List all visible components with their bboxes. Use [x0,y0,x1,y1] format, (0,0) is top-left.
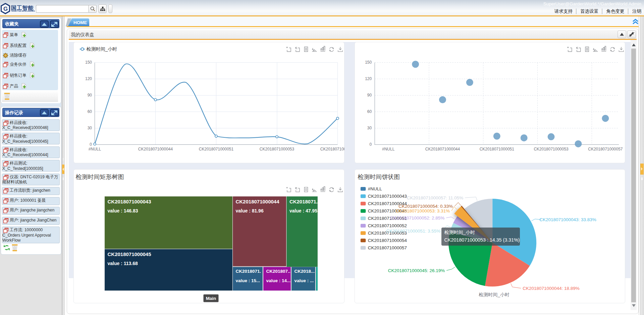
svg-text:90: 90 [367,93,372,98]
svg-text:120: 120 [365,76,372,81]
svg-text:150: 150 [365,60,372,65]
svg-text:120: 120 [85,76,92,81]
svg-text:value : 15...: value : 15... [235,278,260,283]
svg-text:CK2018071000053: CK2018071000053 [534,147,569,151]
svg-text:0: 0 [369,142,372,147]
svg-text:#NULL: #NULL [382,147,395,151]
svg-text:CK2018071000043: CK2018071000043 [107,199,151,204]
svg-text:#NULL: #NULL [368,186,382,191]
svg-text:CK2018071000043: CK2018071000043 [368,194,407,199]
svg-text:CK2018071000057: CK2018071000057 [320,147,344,151]
svg-text:CK2018...: CK2018... [294,269,315,274]
svg-text:CK2018071000053: 3.31%: CK2018071000053: 3.31% [395,208,450,213]
svg-text:CK2018071000044: CK2018071000044 [425,147,460,151]
svg-text:检测时间饼状图: 检测时间饼状图 [358,174,400,180]
svg-text:Main: Main [206,296,216,301]
svg-text:检测时间_小时: 检测时间_小时 [86,46,117,52]
svg-text:CK2018071000053: CK2018071000053 [259,147,294,151]
svg-text:60: 60 [367,109,372,114]
svg-text:CK2018071000052: 2.85%: CK2018071000052: 2.85% [390,215,444,220]
svg-text:CK2018071000044: CK2018071000044 [235,199,279,204]
svg-text:value : 146.83: value : 146.83 [107,208,138,213]
svg-text:CK2018071000045: 26.19%: CK2018071000045: 26.19% [388,268,445,273]
svg-text:CK2018071000052: CK2018071000052 [368,223,407,228]
svg-text:value : 113.68: value : 113.68 [107,261,138,266]
svg-text:value : ...: value : ... [294,278,314,283]
svg-text:CK2018071000054: 0.33%: CK2018071000054: 0.33% [398,204,453,209]
svg-text:检测时间_小时: 检测时间_小时 [479,292,509,297]
svg-text:G: G [3,6,8,12]
svg-text:150: 150 [85,60,92,65]
svg-text:CK2018071000051: 3.55%: CK2018071000051: 3.55% [386,229,440,234]
svg-text:CK2018071000044: CK2018071000044 [138,147,173,151]
svg-text:CK2018071000051: CK2018071000051 [479,147,514,151]
svg-text:CK2018071000057: 11.05%: CK2018071000057: 11.05% [407,195,463,200]
svg-text:60: 60 [87,109,92,114]
svg-text:#NULL: #NULL [88,147,101,151]
svg-text:CK2018071000057: CK2018071000057 [368,245,407,250]
svg-text:CK2018071000051: CK2018071000051 [199,147,233,151]
svg-text:value : 81.96: value : 81.96 [235,208,263,213]
svg-text:value : 47.95: value : 47.95 [289,208,317,213]
svg-text:CK2018071000043: 33.83%: CK2018071000043: 33.83% [539,217,596,222]
svg-text:CK201807..: CK201807.. [266,269,290,274]
svg-text:value : 14...: value : 14... [266,278,290,283]
svg-text:90: 90 [87,93,92,98]
svg-text:30: 30 [367,126,372,130]
svg-text:CK2018071.: CK2018071. [235,269,261,274]
svg-text:CK2018071000054: CK2018071000054 [368,238,407,243]
svg-text:检测时间矩形树图: 检测时间矩形树图 [75,174,124,180]
svg-text:CK2018071000057: CK2018071000057 [588,147,623,151]
svg-text:30: 30 [87,126,92,130]
svg-text:CK2018071000045: CK2018071000045 [107,251,151,257]
svg-text:CK2018071..: CK2018071.. [289,199,319,204]
svg-text:0: 0 [90,142,92,147]
svg-text:CK2018071000044: 18.89%: CK2018071000044: 18.89% [523,286,579,291]
